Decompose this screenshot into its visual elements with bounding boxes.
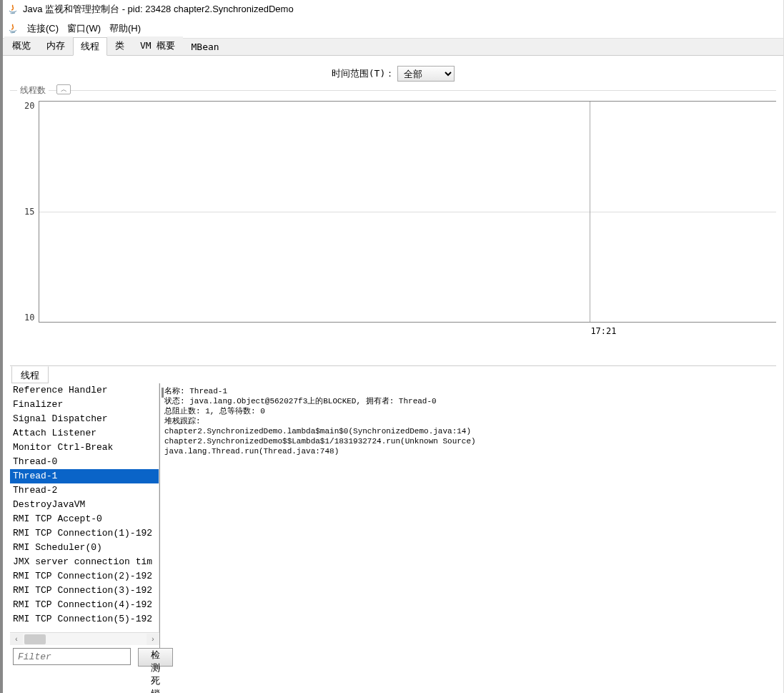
thread-item[interactable]: RMI TCP Connection(3)-192	[10, 584, 159, 598]
thread-item[interactable]: RMI TCP Connection(5)-192	[10, 612, 159, 626]
thread-item[interactable]: RMI TCP Connection(4)-192	[10, 598, 159, 612]
tab-mbeans[interactable]: MBean	[183, 39, 227, 55]
tab-overview[interactable]: 概览	[4, 36, 39, 55]
chart-collapse-button[interactable]: ︿	[56, 84, 71, 94]
java-icon	[7, 4, 19, 15]
thread-item[interactable]: Monitor Ctrl-Break	[10, 441, 159, 455]
menu-window[interactable]: 窗口(W)	[63, 21, 105, 36]
tab-memory[interactable]: 内存	[39, 36, 73, 55]
thread-item[interactable]: Thread-2	[10, 483, 159, 498]
lower-content: Reference HandlerFinalizerSignal Dispatc…	[10, 383, 776, 669]
menu-connect[interactable]: 连接(C)	[23, 21, 63, 36]
time-range-select[interactable]: 全部	[397, 66, 455, 82]
chevron-up-icon: ︿	[61, 85, 67, 94]
tab-vm-summary[interactable]: VM 概要	[132, 36, 183, 55]
thread-item[interactable]: RMI TCP Connection(2)-192	[10, 569, 159, 584]
thread-item[interactable]: RMI Scheduler(0)	[10, 541, 159, 555]
chart-y-axis: 20 15 10	[24, 101, 39, 323]
detail-line: 堆栈跟踪:	[164, 416, 772, 426]
window-title: Java 监视和管理控制台 - pid: 23428 chapter2.Sync…	[23, 3, 294, 16]
java-icon	[7, 23, 19, 34]
menu-help[interactable]: 帮助(H)	[105, 21, 145, 36]
scroll-left-icon[interactable]: ‹	[10, 634, 23, 645]
time-range-label: 时间范围(T)：	[332, 67, 395, 80]
chart-plot-area	[39, 101, 776, 322]
thread-item[interactable]: Attach Listener	[10, 426, 159, 441]
main-tab-bar: 概览 内存 线程 类 VM 概要 MBean	[3, 39, 783, 56]
title-bar: Java 监视和管理控制台 - pid: 23428 chapter2.Sync…	[3, 0, 783, 19]
chart-plot[interactable]: 17:21	[39, 101, 776, 323]
content-area: 时间范围(T)： 全部 线程数 ︿ 20 15 10 17:21	[3, 56, 783, 669]
y-tick: 15	[24, 207, 34, 217]
chart-marker-line	[590, 102, 590, 322]
detail-line: chapter2.SynchronizedDemo$$Lambda$1/1831…	[164, 436, 772, 446]
thread-item[interactable]: JMX server connection tim	[10, 555, 159, 569]
filter-input[interactable]	[13, 648, 131, 665]
thread-item[interactable]: RMI TCP Accept-0	[10, 512, 159, 526]
scroll-right-icon[interactable]: ›	[147, 634, 159, 645]
lower-section: 线程 Reference HandlerFinalizerSignal Disp…	[10, 365, 776, 669]
chart-container: 20 15 10 17:21	[24, 101, 776, 358]
thread-item[interactable]: Reference Handler	[10, 383, 159, 398]
detail-line: 状态: java.lang.Object@562027f3上的BLOCKED, …	[164, 396, 772, 406]
lower-tab-bar: 线程	[10, 366, 776, 383]
menu-bar: 连接(C) 窗口(W) 帮助(H)	[3, 19, 783, 39]
thread-item[interactable]: DestroyJavaVM	[10, 498, 159, 512]
filter-row: 检测死锁(D)	[10, 645, 159, 669]
time-range-row: 时间范围(T)： 全部	[10, 62, 776, 90]
thread-item[interactable]: Thread-1	[10, 469, 159, 483]
thread-item[interactable]: Thread-0	[10, 455, 159, 469]
scroll-thumb[interactable]	[24, 634, 46, 644]
tab-classes[interactable]: 类	[107, 36, 132, 55]
thread-item[interactable]: RMI TCP Connection(1)-192	[10, 526, 159, 541]
y-tick: 20	[24, 101, 34, 111]
grid-line	[39, 212, 776, 212]
thread-item[interactable]: Finalizer	[10, 398, 159, 412]
detail-line: 名称: Thread-1	[164, 386, 772, 396]
y-tick: 10	[24, 313, 34, 323]
detail-line: java.lang.Thread.run(Thread.java:748)	[164, 446, 772, 456]
thread-detail-panel: 名称: Thread-1 状态: java.lang.Object@562027…	[160, 383, 776, 669]
thread-list-panel: Reference HandlerFinalizerSignal Dispatc…	[10, 383, 160, 669]
x-tick: 17:21	[590, 326, 616, 336]
chart-section: 线程数 ︿ 20 15 10 17:21	[10, 90, 776, 358]
detail-line: chapter2.SynchronizedDemo.lambda$main$0(…	[164, 426, 772, 436]
chart-section-label: 线程数	[17, 84, 49, 97]
thread-item[interactable]: Signal Dispatcher	[10, 412, 159, 426]
detail-line: 总阻止数: 1, 总等待数: 0	[164, 406, 772, 416]
thread-list-hscrollbar[interactable]: ‹ ›	[10, 632, 159, 645]
tab-threads[interactable]: 线程	[73, 37, 107, 56]
lower-tab-threads[interactable]: 线程	[11, 366, 49, 383]
thread-list[interactable]: Reference HandlerFinalizerSignal Dispatc…	[10, 383, 159, 632]
